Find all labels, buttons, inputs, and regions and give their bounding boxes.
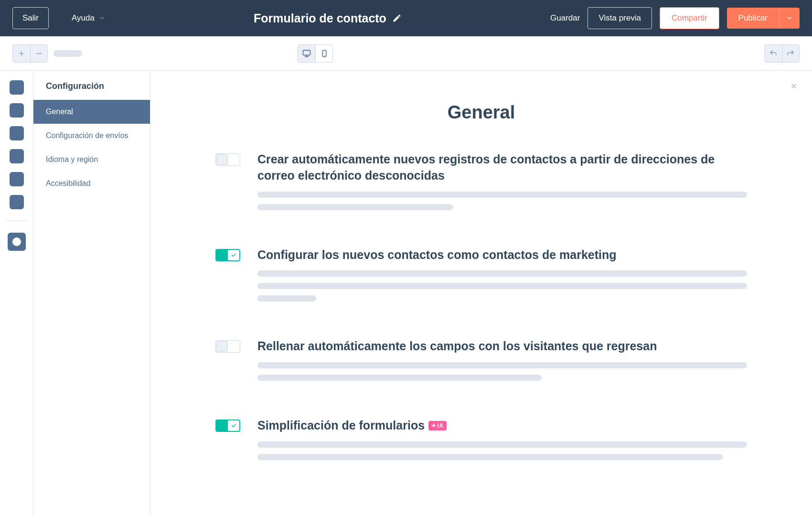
side-item-accessibility[interactable]: Accesibilidad (33, 172, 150, 195)
skeleton-line (257, 362, 747, 368)
rail-item-4[interactable] (10, 149, 24, 163)
skeleton-line (257, 454, 723, 460)
form-title-wrap: Formulario de contacto (115, 11, 541, 25)
settings-side-panel: Configuración General Configuración de e… (33, 71, 150, 516)
skeleton-line (257, 204, 453, 210)
side-panel-title: Configuración (33, 71, 150, 100)
mobile-view-button[interactable] (315, 45, 332, 62)
toggle-autofill-returning[interactable] (215, 340, 240, 353)
setting-title: Crear automáticamente nuevos registros d… (257, 151, 747, 184)
undo-button[interactable] (765, 45, 782, 62)
form-title: Formulario de contacto (254, 11, 386, 25)
page-title: General (170, 102, 793, 123)
toggle-auto-create-contacts[interactable] (215, 153, 240, 166)
check-icon (231, 252, 236, 258)
skeleton-line (257, 270, 747, 277)
rail-divider (6, 221, 27, 221)
zoom-controls (12, 44, 82, 63)
close-icon[interactable] (790, 82, 798, 90)
device-toggle (298, 44, 333, 63)
setting-row-marketing-contacts: Configurar los nuevos contactos como con… (170, 247, 793, 308)
side-item-general[interactable]: General (33, 100, 150, 124)
redo-icon (786, 49, 795, 58)
ai-badge: ✦IA (428, 421, 447, 430)
help-menu[interactable]: Ayuda (72, 13, 105, 23)
settings-content: General Crear automáticamente nuevos reg… (150, 71, 812, 516)
zoom-button-group (12, 44, 48, 63)
rail-item-2[interactable] (10, 103, 24, 118)
toggle-form-simplification[interactable] (215, 419, 240, 432)
publish-button[interactable]: Publicar (727, 8, 779, 29)
left-icon-rail (0, 71, 33, 516)
svg-point-2 (324, 55, 325, 56)
share-button[interactable]: Compartir (660, 7, 719, 29)
minus-icon (35, 50, 43, 57)
skeleton-line (257, 283, 747, 289)
mobile-icon (320, 49, 329, 58)
save-link[interactable]: Guardar (550, 13, 580, 23)
check-icon (231, 423, 236, 429)
plus-icon (18, 50, 25, 57)
setting-row-auto-create-contacts: Crear automáticamente nuevos registros d… (170, 151, 793, 216)
setting-title: Configurar los nuevos contactos como con… (257, 247, 747, 263)
side-item-language[interactable]: Idioma y región (33, 148, 150, 172)
help-label: Ayuda (72, 13, 95, 23)
rail-item-1[interactable] (10, 80, 24, 95)
zoom-in-button[interactable] (13, 45, 30, 62)
chevron-down-icon (786, 15, 793, 22)
desktop-view-button[interactable] (298, 45, 315, 62)
rail-item-5[interactable] (10, 172, 24, 186)
skeleton-line (257, 375, 542, 381)
main-area: Configuración General Configuración de e… (0, 71, 812, 516)
chevron-down-icon (99, 15, 105, 21)
skeleton-line (257, 295, 316, 301)
setting-row-form-simplification: Simplificación de formularios ✦IA (170, 418, 793, 466)
skeleton-line (257, 192, 747, 198)
undo-icon (769, 49, 778, 58)
side-item-submissions[interactable]: Configuración de envíos (33, 124, 150, 148)
undo-redo-group (764, 44, 800, 63)
redo-button[interactable] (782, 45, 799, 62)
rail-item-settings[interactable] (8, 233, 26, 251)
publish-dropdown-button[interactable] (779, 8, 800, 29)
setting-title: Simplificación de formularios ✦IA (257, 418, 747, 434)
toggle-marketing-contacts[interactable] (215, 249, 240, 261)
zoom-level-placeholder (53, 50, 82, 57)
publish-button-group: Publicar (727, 8, 800, 29)
preview-button[interactable]: Vista previa (588, 7, 652, 29)
desktop-icon (302, 49, 311, 58)
skeleton-line (257, 441, 747, 448)
exit-button[interactable]: Salir (12, 7, 49, 29)
setting-title: Rellenar automáticamente los campos con … (257, 338, 747, 355)
editor-toolbar (0, 36, 812, 71)
rail-item-3[interactable] (10, 126, 24, 140)
setting-body: Simplificación de formularios ✦IA (257, 418, 747, 466)
setting-body: Crear automáticamente nuevos registros d… (257, 151, 747, 216)
zoom-out-button[interactable] (30, 45, 47, 62)
top-right-actions: Guardar Vista previa Compartir Publicar (550, 7, 800, 29)
setting-body: Rellenar automáticamente los campos con … (257, 338, 747, 387)
top-navbar: Salir Ayuda Formulario de contacto Guard… (0, 0, 812, 36)
setting-body: Configurar los nuevos contactos como con… (257, 247, 747, 308)
rail-item-6[interactable] (10, 195, 24, 209)
setting-row-autofill-returning: Rellenar automáticamente los campos con … (170, 338, 793, 387)
svg-rect-0 (303, 50, 310, 55)
edit-title-icon[interactable] (392, 13, 402, 23)
